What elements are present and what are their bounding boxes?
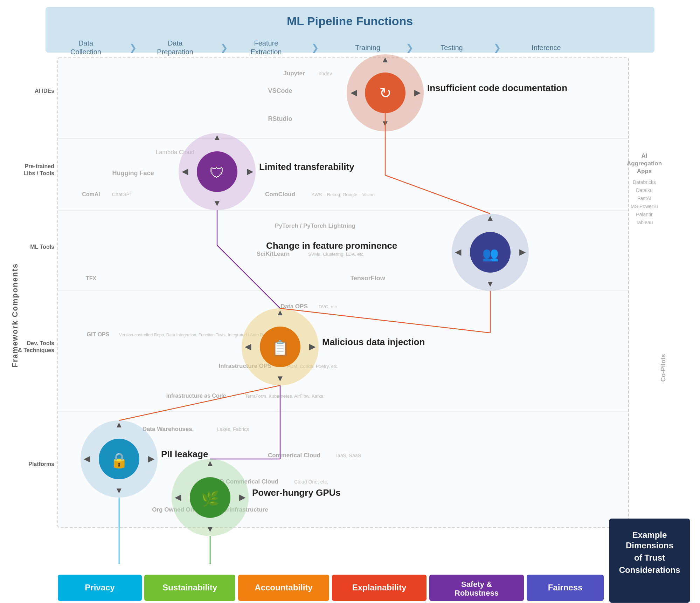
svg-rect-132 (238, 575, 329, 601)
svg-text:Commerical Cloud: Commerical Cloud (268, 452, 320, 459)
main-container: ML Pipeline Functions Data Collection ❯ … (0, 0, 700, 603)
svg-text:Dimensions: Dimensions (626, 541, 673, 550)
svg-point-110 (190, 477, 230, 518)
svg-point-86 (470, 232, 511, 273)
svg-text:❯: ❯ (406, 42, 414, 53)
svg-text:❯: ❯ (220, 42, 228, 53)
svg-text:▶: ▶ (239, 492, 246, 502)
svg-text:▶: ▶ (247, 166, 254, 176)
svg-text:AI IDEs: AI IDEs (35, 88, 54, 94)
svg-text:TensorFlow: TensorFlow (350, 275, 386, 282)
svg-text:◀: ◀ (245, 342, 251, 351)
svg-text:Apps: Apps (637, 168, 652, 174)
svg-text:Accountability: Accountability (255, 583, 313, 592)
svg-text:▼: ▼ (276, 374, 284, 383)
svg-text:Org Owned On-Prem Cyberinfrast: Org Owned On-Prem Cyberinfrastructure (152, 506, 268, 513)
svg-text:▲: ▲ (213, 132, 221, 142)
svg-rect-0 (46, 7, 654, 53)
svg-text:AWS – Recog, Google – Vision: AWS – Recog, Google – Vision (312, 192, 375, 197)
svg-point-102 (99, 439, 139, 479)
svg-text:PII leakage: PII leakage (161, 449, 208, 459)
svg-text:VSCode: VSCode (268, 87, 292, 94)
svg-text:Explainability: Explainability (352, 583, 407, 592)
svg-text:DoD Commerical Cloud: DoD Commerical Cloud (212, 478, 278, 485)
svg-text:Data: Data (78, 39, 93, 47)
svg-text:Pre-trained: Pre-trained (25, 163, 54, 169)
svg-text:SVMs, Clustering, LDA, etc.: SVMs, Clustering, LDA, etc. (308, 252, 365, 257)
svg-line-123 (217, 245, 280, 308)
svg-text:▼: ▼ (213, 198, 221, 208)
svg-text:🌿: 🌿 (201, 490, 220, 508)
svg-text:MS PowerBI: MS PowerBI (631, 204, 658, 209)
svg-point-77 (179, 133, 256, 210)
svg-line-120 (280, 308, 490, 333)
svg-text:❯: ❯ (129, 42, 137, 53)
svg-text:GIT OPS: GIT OPS (87, 331, 110, 337)
svg-text:▶: ▶ (519, 247, 526, 256)
svg-text:Co-Pilots: Co-Pilots (660, 354, 667, 382)
svg-text:Feature: Feature (254, 39, 278, 47)
svg-text:Safety &: Safety & (461, 580, 492, 589)
svg-text:Lambda Cloud: Lambda Cloud (156, 149, 195, 156)
svg-overlay: ML Pipeline Functions Data Collection ❯ … (0, 0, 700, 603)
svg-text:ML Tools: ML Tools (30, 244, 54, 250)
svg-text:of Trust: of Trust (634, 553, 665, 562)
svg-text:Insufficient code documentatio: Insufficient code documentation (427, 83, 567, 93)
svg-text:Data OPS: Data OPS (280, 303, 307, 310)
svg-text:Privacy: Privacy (85, 583, 115, 592)
svg-text:Limited transferability: Limited transferability (259, 162, 354, 172)
svg-text:Infrastructure OPS: Infrastructure OPS (219, 363, 271, 369)
svg-rect-141 (609, 519, 690, 603)
svg-line-121 (119, 385, 280, 420)
svg-text:Databricks: Databricks (633, 179, 656, 185)
svg-text:Power-hungry GPUs: Power-hungry GPUs (252, 487, 341, 498)
svg-point-70 (365, 73, 406, 113)
svg-text:Change in feature prominence: Change in feature prominence (266, 240, 397, 251)
svg-text:▲: ▲ (206, 458, 214, 468)
svg-text:Libs / Tools: Libs / Tools (23, 170, 54, 176)
svg-text:Training: Training (355, 44, 380, 52)
svg-text:Fairness: Fairness (548, 583, 583, 592)
svg-text:ChatGPT: ChatGPT (112, 192, 133, 197)
svg-text:▶: ▶ (414, 88, 421, 97)
svg-text:SciKitLearn: SciKitLearn (257, 251, 290, 257)
svg-text:Extraction: Extraction (251, 48, 282, 56)
svg-text:PyTorch / PyTorch Lightning: PyTorch / PyTorch Lightning (275, 222, 355, 229)
svg-rect-128 (58, 575, 142, 601)
svg-text:▲: ▲ (115, 420, 123, 429)
svg-text:IaaS, SaaS: IaaS, SaaS (336, 453, 361, 458)
svg-text:👥: 👥 (482, 246, 499, 262)
svg-text:FastAI: FastAI (637, 196, 651, 201)
svg-text:↻: ↻ (379, 85, 391, 101)
svg-text:ML Pipeline Functions: ML Pipeline Functions (287, 14, 413, 28)
svg-text:🔒: 🔒 (110, 452, 129, 469)
svg-text:❯: ❯ (311, 42, 319, 53)
svg-rect-130 (144, 575, 235, 601)
svg-text:❯: ❯ (493, 42, 501, 53)
svg-text:Considerations: Considerations (619, 565, 680, 575)
svg-text:Framework Components: Framework Components (11, 263, 19, 368)
svg-text:Inference: Inference (532, 44, 561, 52)
svg-text:Data: Data (168, 39, 183, 47)
svg-text:Testing: Testing (441, 44, 463, 52)
svg-line-118 (385, 175, 490, 214)
svg-text:& Techniques: & Techniques (18, 347, 54, 353)
svg-text:PDM, Conda, Poetry, etc.: PDM, Conda, Poetry, etc. (287, 364, 338, 369)
svg-text:Dataiku: Dataiku (636, 187, 652, 193)
svg-text:RStudio: RStudio (268, 115, 292, 122)
svg-point-101 (81, 420, 158, 498)
svg-text:▼: ▼ (486, 279, 494, 288)
svg-point-69 (347, 54, 424, 131)
svg-rect-139 (527, 575, 604, 601)
svg-text:Dev. Tools: Dev. Tools (27, 340, 54, 346)
svg-text:◀: ◀ (84, 454, 90, 463)
svg-text:TFX: TFX (86, 275, 97, 281)
svg-point-85 (452, 214, 529, 291)
svg-text:▲: ▲ (486, 213, 494, 222)
svg-point-94 (260, 327, 300, 367)
svg-text:🛡: 🛡 (210, 165, 224, 181)
svg-text:nbdev: nbdev (319, 71, 332, 76)
svg-text:◀: ◀ (175, 492, 181, 502)
svg-text:ComAI: ComAI (82, 191, 100, 197)
svg-text:TerraForm, Kubernetes, AirFlow: TerraForm, Kubernetes, AirFlow, Kafka (245, 393, 324, 399)
